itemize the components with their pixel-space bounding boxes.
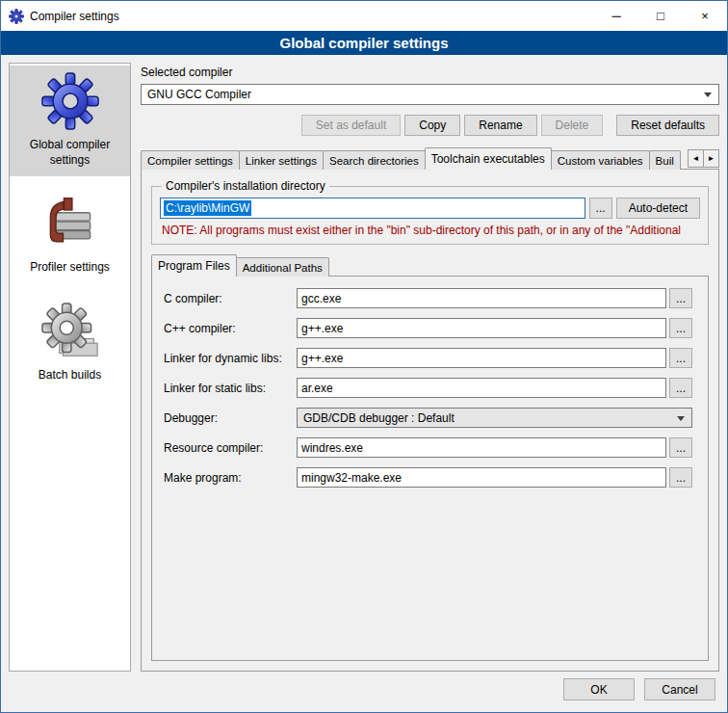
window-title: Compiler settings [30,10,119,23]
c-compiler-label: C compiler: [164,292,297,305]
cpp-compiler-input[interactable] [297,318,666,338]
resource-compiler-browse-button[interactable]: ... [669,437,692,458]
field-row: C compiler: ... [164,288,692,308]
compiler-settings-window: Compiler settings ─ □ × Global compiler … [0,0,728,713]
minimize-icon: ─ [611,9,620,23]
debugger-select-value: GDB/CDB debugger : Default [303,411,455,425]
installation-directory-input[interactable]: C:\raylib\MinGW [160,198,585,219]
installation-directory-value: C:\raylib\MinGW [164,200,251,216]
linker-dynamic-input[interactable] [297,348,666,368]
make-program-browse-button[interactable]: ... [669,467,692,488]
selected-compiler-label: Selected compiler [141,66,719,79]
titlebar: Compiler settings ─ □ × [1,1,727,31]
settings-tabbar: Compiler settings Linker settings Search… [141,147,719,170]
tab-build-options[interactable]: Buil [649,150,681,170]
resource-compiler-label: Resource compiler: [164,441,297,455]
resource-compiler-input[interactable] [297,437,666,458]
sidebar-item-global-compiler-settings[interactable]: Global compiler settings [10,66,130,176]
tab-scroll-left-icon[interactable]: ◄ [688,149,704,168]
delete-button: Delete [541,115,604,136]
settings-sidebar: Global compiler settings Profiler settin [9,63,131,672]
cpp-compiler-browse-button[interactable]: ... [669,318,692,338]
linker-static-input[interactable] [297,378,666,398]
profiler-tool-icon [41,195,99,255]
compiler-actions: Set as default Copy Rename Delete Reset … [141,115,719,136]
gear-gray-icon [41,303,99,363]
tab-program-files[interactable]: Program Files [151,254,237,277]
auto-detect-button[interactable]: Auto-detect [616,198,700,219]
sidebar-item-batch-builds[interactable]: Batch builds [10,296,130,392]
installation-directory-group: Compiler's installation directory C:\ray… [151,179,709,245]
debugger-select[interactable]: GDB/CDB debugger : Default [297,408,692,428]
program-files-tabbar: Program Files Additional Paths [151,254,709,277]
field-row: C++ compiler: ... [164,318,692,338]
maximize-button[interactable]: □ [638,1,683,31]
close-button[interactable]: × [683,1,727,31]
tab-linker-settings[interactable]: Linker settings [239,150,324,170]
cancel-button[interactable]: Cancel [644,678,715,700]
app-icon [9,9,24,24]
linker-static-browse-button[interactable]: ... [669,378,692,398]
tab-compiler-settings[interactable]: Compiler settings [141,150,240,170]
maximize-icon: □ [657,9,664,23]
minimize-button[interactable]: ─ [594,1,638,31]
dialog-body: Global compiler settings Profiler settin [1,55,727,672]
sidebar-item-profiler-settings[interactable]: Profiler settings [10,188,130,284]
reset-defaults-button[interactable]: Reset defaults [616,115,719,136]
program-files-panel: C compiler: ... C++ compiler: ... Linker… [151,276,709,661]
compiler-select[interactable]: GNU GCC Compiler [141,84,719,105]
chevron-down-icon [677,416,685,421]
sidebar-item-label: Batch builds [39,368,101,383]
tab-custom-variables[interactable]: Custom variables [551,150,650,170]
c-compiler-input[interactable] [297,288,666,308]
compiler-select-value: GNU GCC Compiler [147,88,251,101]
make-program-input[interactable] [297,467,666,488]
tab-additional-paths[interactable]: Additional Paths [236,257,329,277]
set-as-default-button: Set as default [301,115,401,136]
cpp-compiler-label: C++ compiler: [164,322,297,335]
field-row: Make program: ... [164,467,692,488]
chevron-down-icon [704,92,712,97]
make-program-label: Make program: [164,471,297,485]
window-controls: ─ □ × [594,1,727,31]
linker-dynamic-browse-button[interactable]: ... [669,348,692,368]
linker-dynamic-label: Linker for dynamic libs: [164,352,297,365]
sidebar-item-label: Profiler settings [30,260,110,276]
dialog-footer: OK Cancel [1,672,727,712]
installation-directory-row: C:\raylib\MinGW ... Auto-detect [160,198,700,219]
field-row: Linker for dynamic libs: ... [164,348,692,368]
tab-scroll-right-icon[interactable]: ► [703,149,719,168]
tab-toolchain-executables[interactable]: Toolchain executables [425,147,552,170]
toolchain-executables-page: Compiler's installation directory C:\ray… [141,169,719,672]
sidebar-item-label: Global compiler settings [13,138,127,168]
rename-button[interactable]: Rename [464,115,536,136]
field-row: Resource compiler: ... [164,437,692,458]
tab-scroll-controls: ◄ ► [688,149,719,168]
close-icon: × [701,9,709,23]
gear-blue-icon [41,72,99,133]
main-panel: Selected compiler GNU GCC Compiler Set a… [141,63,719,672]
debugger-label: Debugger: [164,411,297,425]
ok-button[interactable]: OK [563,678,635,700]
linker-static-label: Linker for static libs: [164,382,297,395]
page-title: Global compiler settings [1,31,727,55]
c-compiler-browse-button[interactable]: ... [669,288,692,308]
copy-button[interactable]: Copy [404,115,460,136]
installation-directory-label: Compiler's installation directory [162,179,329,193]
directory-note: NOTE: All programs must exist either in … [162,224,698,237]
browse-directory-button[interactable]: ... [589,198,612,219]
tab-search-directories[interactable]: Search directories [323,150,426,170]
field-row: Debugger: GDB/CDB debugger : Default [164,408,692,428]
field-row: Linker for static libs: ... [164,378,692,398]
